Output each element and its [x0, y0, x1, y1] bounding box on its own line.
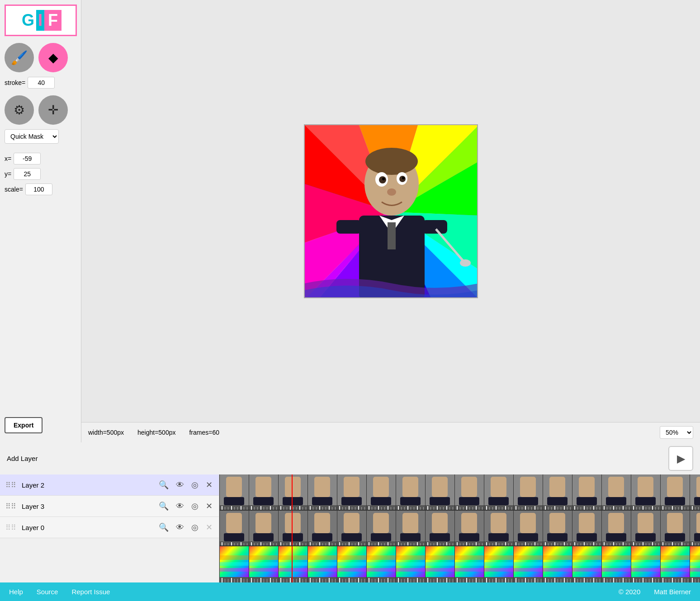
comb-icon: ⚙ [14, 103, 25, 117]
footer-right: © 2020 Matt Bierner [619, 588, 691, 596]
logo-f: F [44, 10, 61, 31]
layer-delete-button[interactable]: ✕ [205, 479, 213, 491]
app-logo: G I F [5, 5, 77, 36]
target-icon: ◎ [191, 480, 199, 489]
layer-name: Layer 0 [22, 524, 152, 531]
paint-tools-row: 🖌️ ◆ [5, 43, 76, 72]
layers-area: ⠿⠿ Layer 2 🔍 👁 ◎ ✕ ⠿⠿ Layer 3 [0, 474, 700, 582]
gif-canvas [304, 124, 478, 298]
move-tool-button[interactable]: ✛ [38, 95, 68, 125]
layer-name: Layer 2 [22, 481, 152, 489]
report-link[interactable]: Report Issue [71, 588, 110, 596]
brush-tool-button[interactable]: 🖌️ [5, 43, 34, 72]
copyright-text: © 2020 [619, 588, 641, 596]
footer-left: Help Source Report Issue [9, 588, 110, 596]
drag-handle-icon: ⠿⠿ [5, 523, 16, 532]
y-coord-row: y= [5, 168, 76, 180]
x-label: x= [5, 155, 11, 162]
svg-point-30 [460, 259, 471, 267]
footer: Help Source Report Issue © 2020 Matt Bie… [0, 582, 700, 601]
logo-g: G [20, 10, 36, 31]
playhead-line [292, 474, 293, 510]
export-button[interactable]: Export [5, 417, 43, 433]
svg-rect-27 [336, 220, 361, 234]
logo-i: I [36, 10, 44, 31]
eye-icon: 👁 [176, 480, 184, 489]
status-frames: frames=60 [189, 429, 219, 436]
layer-delete-button[interactable]: ✕ [205, 500, 213, 512]
transform-tools-row: ⚙ ✛ [5, 95, 76, 125]
scale-row: scale= [5, 183, 76, 195]
layer-search-button[interactable]: 🔍 [158, 521, 170, 533]
x-input[interactable] [14, 153, 41, 164]
layer-target-button[interactable]: ◎ [190, 500, 199, 512]
layer-list: ⠿⠿ Layer 2 🔍 👁 ◎ ✕ ⠿⠿ Layer 3 [0, 474, 219, 582]
canvas-svg [305, 125, 478, 298]
layer-visibility-button[interactable]: 👁 [175, 522, 185, 533]
layer-visibility-button[interactable]: 👁 [175, 501, 185, 512]
zoom-wrapper: 50% 25% 100% [660, 426, 693, 439]
playhead-line [292, 511, 293, 546]
layer-target-button[interactable]: ◎ [190, 521, 199, 533]
drag-handle-icon: ⠿⠿ [5, 502, 16, 511]
timeline-area: // Will use inline SVG rects to simulate… [219, 474, 700, 582]
svg-rect-28 [422, 220, 447, 234]
layer-delete-button-disabled: ✕ [205, 521, 213, 533]
quick-mask-row: Quick Mask Normal Overlay [5, 129, 76, 144]
layer-target-button[interactable]: ◎ [190, 479, 199, 491]
scale-input[interactable] [25, 183, 52, 195]
layer-row[interactable]: ⠿⠿ Layer 2 🔍 👁 ◎ ✕ [0, 474, 219, 496]
layer-row[interactable]: ⠿⠿ Layer 0 🔍 👁 ◎ ✕ [0, 517, 219, 538]
eye-icon: 👁 [176, 523, 184, 532]
drag-handle-icon: ⠿⠿ [5, 481, 16, 489]
gif-inner [305, 125, 477, 297]
zoom-select[interactable]: 50% 25% 100% [660, 426, 693, 439]
comb-tool-button[interactable]: ⚙ [5, 95, 34, 125]
y-label: y= [5, 170, 11, 178]
svg-point-20 [382, 178, 385, 180]
layer-visibility-button[interactable]: 👁 [175, 479, 185, 491]
canvas-area: width=500px height=500px frames=60 50% 2… [81, 0, 700, 442]
eraser-icon: ◆ [48, 50, 58, 65]
svg-rect-26 [388, 222, 396, 249]
svg-point-22 [387, 188, 396, 196]
svg-point-15 [365, 148, 418, 175]
timeline-row-layer0[interactable] [219, 546, 700, 582]
search-icon: 🔍 [159, 523, 169, 532]
svg-point-21 [402, 177, 405, 179]
layer-search-button[interactable]: 🔍 [158, 479, 170, 491]
author-text: Matt Bierner [654, 588, 691, 596]
playhead-line [292, 546, 293, 582]
status-info: width=500px height=500px frames=60 [88, 429, 219, 436]
close-icon: ✕ [206, 480, 213, 489]
add-layer-text[interactable]: Add Layer [7, 455, 38, 462]
search-icon: 🔍 [159, 480, 169, 489]
layer-row[interactable]: ⠿⠿ Layer 3 🔍 👁 ◎ ✕ [0, 496, 219, 517]
close-icon: ✕ [206, 502, 213, 511]
canvas-viewport[interactable] [81, 0, 700, 422]
eraser-tool-button[interactable]: ◆ [38, 43, 68, 72]
play-icon: ▶ [677, 452, 685, 465]
status-height: height=500px [137, 429, 175, 436]
add-layer-bar: Add Layer ▶ [0, 442, 700, 474]
timeline-row-layer3[interactable] [219, 511, 700, 547]
layer-search-button[interactable]: 🔍 [158, 500, 170, 512]
bottom-panel: Add Layer ▶ ⠿⠿ Layer 2 🔍 👁 ◎ [0, 442, 700, 582]
quick-mask-select[interactable]: Quick Mask Normal Overlay [5, 129, 59, 144]
scale-label: scale= [5, 186, 23, 193]
brush-icon: 🖌️ [11, 50, 28, 66]
play-button[interactable]: ▶ [668, 446, 693, 471]
y-input[interactable] [14, 168, 41, 180]
stroke-label: stroke= [5, 79, 25, 86]
target-icon: ◎ [191, 502, 199, 511]
sidebar: G I F 🖌️ ◆ stroke= ⚙ ✛ [0, 0, 81, 442]
move-icon: ✛ [48, 103, 58, 117]
search-icon: 🔍 [159, 502, 169, 511]
target-icon: ◎ [191, 523, 199, 532]
status-width: width=500px [88, 429, 124, 436]
stroke-input[interactable] [28, 77, 55, 89]
source-link[interactable]: Source [37, 588, 58, 596]
help-link[interactable]: Help [9, 588, 23, 596]
timeline-row-layer2[interactable]: // Will use inline SVG rects to simulate… [219, 474, 700, 511]
layer-name: Layer 3 [22, 502, 152, 510]
